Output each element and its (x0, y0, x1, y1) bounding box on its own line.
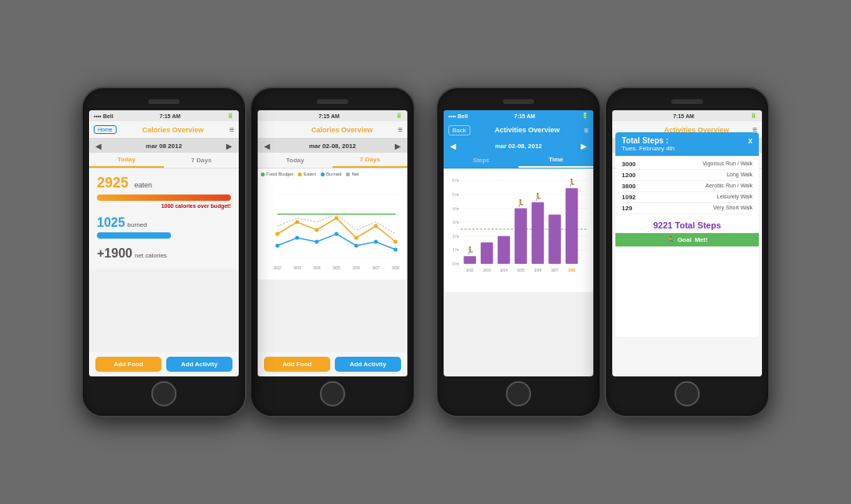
date-2: mar 02-08, 2012 (309, 143, 356, 150)
icons-1: 🔋 (227, 113, 234, 119)
svg-text:2 hr: 2 hr (452, 235, 459, 239)
tab-time-3[interactable]: Time (518, 153, 593, 168)
icons-3: 🔋 (582, 113, 589, 119)
chart-legend-2: Food Budget Eaten Burned Net (261, 172, 404, 176)
prev-arrow-3[interactable]: ◀ (450, 142, 456, 150)
bar-4 (532, 202, 544, 264)
svg-text:5 hr: 5 hr (452, 193, 459, 197)
status-bar-4: 7:15 AM 🔋 (612, 110, 762, 121)
time-2: 7:15 AM (318, 113, 340, 119)
net-label-2: Net (351, 172, 359, 176)
goal-label: Goal (678, 236, 692, 243)
date-1: mar 08 2012 (146, 143, 182, 150)
popup-item-1: 1200 Long Walk (622, 170, 753, 181)
legend-burned: Burned (321, 172, 341, 176)
tabs-1: Today 7 Days (89, 153, 239, 169)
phone-2: 7:15 AM 🔋 Calories Overview ≡ ◀ mar 02-0… (250, 87, 415, 417)
svg-text:3/05: 3/05 (517, 269, 525, 272)
prev-arrow-1[interactable]: ◀ (95, 142, 102, 150)
hamburger-icon-2[interactable]: ≡ (398, 125, 403, 134)
steps-4: 129 (622, 205, 632, 212)
nav-title-1: Calories Overview (117, 126, 229, 134)
bar-1 (481, 243, 493, 264)
svg-point-14 (315, 240, 319, 244)
signal-3: •••• Bell (448, 113, 468, 119)
home-back-button[interactable]: Home (94, 125, 117, 134)
svg-text:6 hr: 6 hr (452, 179, 459, 183)
tab-steps-3[interactable]: Steps (444, 153, 518, 168)
phone-1-screen: •••• Bell 7:15 AM 🔋 Home Calories Overvi… (89, 110, 239, 376)
signal-1: •••• Bell (94, 113, 113, 119)
tab-today-2[interactable]: Today (258, 153, 333, 168)
tabs-2: Today 7 Days (258, 153, 407, 169)
back-button-3[interactable]: Back (448, 125, 470, 135)
bar-chart-area: 6 hr 5 hr 4 hr 3 hr 2 hr 1 hr 0 hr (444, 169, 593, 292)
time-4: 7:15 AM (673, 113, 694, 119)
svg-point-15 (335, 232, 339, 236)
eaten-row: 2925 eaten (97, 175, 231, 191)
svg-text:3/07: 3/07 (551, 269, 559, 272)
burned-progress-bar (97, 232, 171, 239)
steps-0: 3000 (622, 161, 636, 168)
svg-text:🏃: 🏃 (466, 246, 474, 255)
icons-4: 🔋 (750, 113, 757, 119)
nav-bar-3: Back Activities Overview ≡ (444, 121, 593, 139)
btn-row-2: Add Food Add Activity (258, 352, 407, 376)
food-dot (261, 172, 265, 176)
popup-close-button[interactable]: x (748, 136, 753, 145)
next-arrow-1[interactable]: ▶ (226, 142, 232, 150)
legend-net: Net (346, 172, 359, 176)
phones-container: •••• Bell 7:15 AM 🔋 Home Calories Overvi… (84, 87, 767, 417)
tab-today-1[interactable]: Today (89, 153, 164, 168)
phone-4: 7:15 AM 🔋 Activities Overview ≡ ◀ mar 08… (604, 87, 770, 417)
add-activity-button-2[interactable]: Add Activity (335, 357, 401, 372)
svg-point-17 (374, 240, 378, 244)
hamburger-icon-1[interactable]: ≡ (229, 125, 234, 134)
bar-0 (463, 256, 476, 264)
btn-row-1: Add Food Add Activity (89, 352, 239, 376)
total-steps: 9221 Total Steps (615, 217, 759, 233)
next-arrow-3[interactable]: ▶ (581, 142, 587, 150)
date-3: mar 02-08, 2012 (495, 143, 542, 150)
date-row-1: ◀ mar 08 2012 ▶ (89, 139, 239, 153)
bar-3 (515, 209, 527, 264)
legend-food: Food Budget (261, 172, 293, 176)
svg-text:3/02: 3/02 (273, 265, 281, 270)
svg-point-5 (276, 232, 280, 236)
popup-item-2: 3800 Aerobic Run / Walk (622, 181, 753, 192)
burned-label: burned (128, 221, 147, 228)
prev-arrow-2[interactable]: ◀ (264, 142, 270, 150)
phone-3-screen: •••• Bell 7:15 AM 🔋 Back Activities Over… (444, 110, 593, 376)
burned-label-2: Burned (326, 172, 341, 176)
nav-bar-2: Calories Overview ≡ (258, 121, 407, 139)
calories-content-1: 2925 eaten 1000 calories over budget! 10… (89, 169, 239, 269)
goal-icon: 🏃 (667, 236, 674, 243)
popup-list: 3000 Vigorous Run / Walk 1200 Long Walk … (615, 156, 759, 217)
net-label: net calories (135, 252, 167, 259)
svg-text:3/03: 3/03 (293, 265, 301, 270)
legend-eaten: Eaten (298, 172, 316, 176)
burned-row: 1025 burned (97, 216, 231, 230)
steps-3: 1092 (622, 194, 636, 201)
status-bar-3: •••• Bell 7:15 AM 🔋 (444, 110, 593, 121)
bar-5 (548, 214, 561, 264)
net-calories: +1900 (97, 246, 132, 261)
nav-bar-1: Home Calories Overview ≡ (89, 121, 239, 139)
tab-7days-2[interactable]: 7 Days (333, 153, 407, 168)
calories-eaten: 2925 (97, 175, 128, 191)
date-row-3: ◀ mar 02-08, 2012 ▶ (444, 139, 593, 153)
svg-point-7 (315, 228, 319, 232)
svg-text:🏃: 🏃 (533, 192, 542, 202)
svg-text:3/04: 3/04 (313, 265, 321, 270)
popup-header-text: Total Steps : Tues. February 4th (622, 136, 674, 152)
net-dot (346, 172, 350, 176)
next-arrow-2[interactable]: ▶ (395, 142, 401, 150)
hamburger-icon-3[interactable]: ≡ (584, 126, 589, 135)
add-food-button-1[interactable]: Add Food (95, 357, 162, 372)
goal-banner: 🏃 Goal Met! (615, 233, 759, 246)
add-activity-button-1[interactable]: Add Activity (166, 357, 232, 372)
status-bar-1: •••• Bell 7:15 AM 🔋 (89, 110, 239, 121)
tab-7days-1[interactable]: 7 Days (164, 153, 239, 168)
tabs-3: Steps Time (444, 153, 593, 169)
add-food-button-2[interactable]: Add Food (264, 357, 330, 372)
